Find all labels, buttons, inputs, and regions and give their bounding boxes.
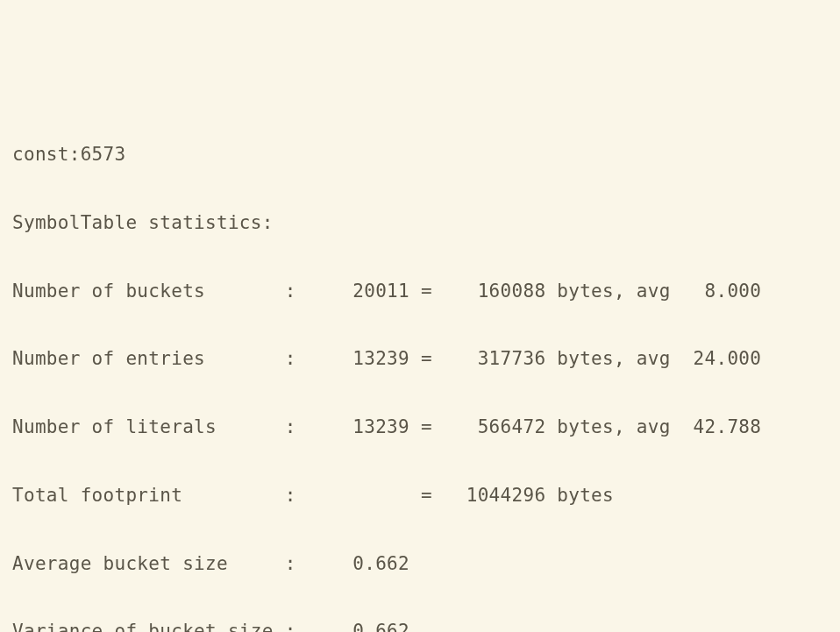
- output-line: const:6573: [12, 138, 828, 172]
- output-line: SymbolTable statistics:: [12, 206, 828, 240]
- output-line: Variance of bucket size : 0.662: [12, 614, 828, 632]
- output-line: Number of literals : 13239 = 566472 byte…: [12, 410, 828, 444]
- output-line: Number of entries : 13239 = 317736 bytes…: [12, 342, 828, 376]
- output-line: Total footprint : = 1044296 bytes: [12, 479, 828, 513]
- output-line: Average bucket size : 0.662: [12, 547, 828, 581]
- output-line: Number of buckets : 20011 = 160088 bytes…: [12, 274, 828, 309]
